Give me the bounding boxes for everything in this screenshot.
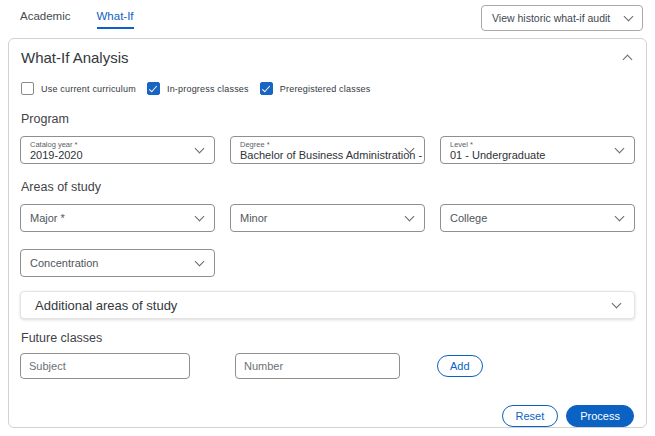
checkbox-unchecked-icon[interactable] (21, 82, 34, 95)
future-classes-section-label: Future classes (21, 331, 635, 345)
select-label: Major * (30, 212, 65, 225)
chevron-down-icon (612, 299, 622, 309)
select-label: Catalog year * (30, 140, 188, 149)
select-label: Minor (240, 212, 268, 225)
tab-what-if[interactable]: What-If (97, 10, 134, 29)
audit-options: Use current curriculum In-progress class… (21, 82, 635, 95)
whatif-page: Academic What-If View historic what-if a… (0, 0, 655, 436)
areas-of-study-selects: Major * Minor College (20, 204, 635, 232)
degree-select[interactable]: Degree * Bachelor of Business Administra… (230, 136, 425, 164)
future-classes-row: Add (20, 353, 635, 379)
areas-of-study-section-label: Areas of study (21, 180, 635, 194)
page-title: What-If Analysis (21, 49, 129, 66)
select-value: 2019-2020 (30, 149, 188, 162)
minor-select[interactable]: Minor (230, 204, 425, 232)
process-button[interactable]: Process (566, 405, 634, 427)
chevron-down-icon (195, 257, 205, 267)
subject-input[interactable] (20, 353, 190, 379)
checkbox-label: Use current curriculum (41, 84, 136, 94)
number-input[interactable] (235, 353, 400, 379)
add-button[interactable]: Add (437, 355, 483, 377)
select-label: Degree * (240, 140, 398, 149)
select-label: Level * (450, 140, 608, 149)
select-value: Bachelor of Business Administration - 51 (240, 149, 398, 162)
concentration-select[interactable]: Concentration (20, 249, 215, 277)
tab-academic[interactable]: Academic (20, 10, 71, 27)
select-label: Concentration (30, 257, 99, 270)
historic-whatif-select-value: View historic what-if audit (492, 12, 610, 24)
concentration-row: Concentration (20, 249, 635, 277)
reset-button[interactable]: Reset (502, 405, 559, 427)
checkbox-label: In-progress classes (167, 84, 249, 94)
whatif-analysis-card: What-If Analysis Use current curriculum … (8, 38, 647, 428)
footer-actions: Reset Process (20, 405, 635, 427)
chevron-up-icon[interactable] (623, 54, 633, 64)
chevron-down-icon (615, 212, 625, 222)
card-header[interactable]: What-If Analysis (20, 47, 635, 66)
chevron-down-icon (195, 212, 205, 222)
accordion-label: Additional areas of study (35, 298, 177, 313)
checkbox-use-current-curriculum[interactable]: Use current curriculum (21, 82, 136, 95)
chevron-down-icon (195, 144, 205, 154)
checkbox-preregistered-classes[interactable]: Preregistered classes (260, 82, 371, 95)
major-select[interactable]: Major * (20, 204, 215, 232)
catalog-year-select[interactable]: Catalog year * 2019-2020 (20, 136, 215, 164)
chevron-down-icon (624, 12, 634, 22)
chevron-down-icon (405, 212, 415, 222)
historic-whatif-select[interactable]: View historic what-if audit (481, 5, 643, 31)
select-label: College (450, 212, 487, 225)
select-value: 01 - Undergraduate (450, 149, 608, 162)
college-select[interactable]: College (440, 204, 635, 232)
program-selects: Catalog year * 2019-2020 Degree * Bachel… (20, 136, 635, 164)
program-section-label: Program (21, 112, 635, 126)
checkbox-in-progress-classes[interactable]: In-progress classes (147, 82, 249, 95)
level-select[interactable]: Level * 01 - Undergraduate (440, 136, 635, 164)
tab-bar: Academic What-If View historic what-if a… (0, 0, 655, 30)
checkbox-checked-icon[interactable] (147, 82, 160, 95)
checkbox-label: Preregistered classes (280, 84, 371, 94)
chevron-down-icon (615, 144, 625, 154)
additional-areas-accordion[interactable]: Additional areas of study (20, 291, 635, 319)
checkbox-checked-icon[interactable] (260, 82, 273, 95)
